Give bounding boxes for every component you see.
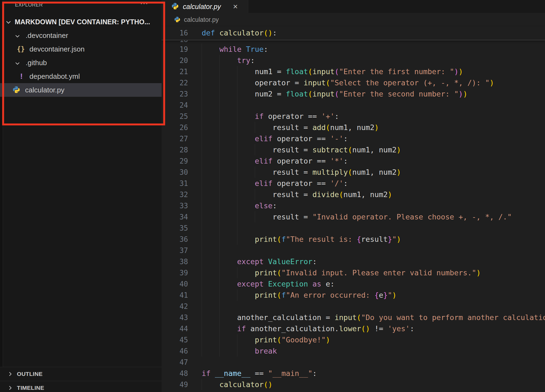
tree-item-calculator.py[interactable]: calculator.py	[0, 83, 162, 97]
tree-item-label: calculator.py	[25, 86, 65, 94]
indent-guide	[202, 88, 202, 99]
code-line-43[interactable]: 43 another_calculation = input("Do you w…	[162, 312, 545, 323]
line-number: 47	[162, 357, 188, 368]
code-line-39[interactable]: 39 print("Invalid input. Please enter va…	[162, 267, 545, 278]
tab-label: calculator.py	[183, 2, 221, 10]
line-number: 32	[162, 189, 188, 200]
code-line-50[interactable]: 50	[162, 390, 545, 392]
indent-guide	[219, 55, 220, 66]
code-line-23[interactable]: 23 num2 = float(input("Enter the second …	[162, 88, 545, 99]
indent-guide	[202, 256, 202, 267]
indent-guide	[219, 77, 220, 88]
code-line-38[interactable]: 38 except ValueError:	[162, 256, 545, 267]
code-text: print("Invalid input. Please enter valid…	[202, 269, 481, 277]
code-line-20[interactable]: 20 try:	[162, 55, 545, 66]
tree-item-.github[interactable]: .github	[0, 56, 162, 70]
panel-label: TIMELINE	[17, 385, 44, 391]
indent-guide	[202, 55, 202, 66]
indent-guide	[202, 178, 202, 189]
indent-guide	[219, 133, 220, 144]
tree-item-markdown-dev-container-pytho...[interactable]: MARKDOWN [DEV CONTAINER: PYTHO...	[0, 15, 162, 29]
code-text: another_calculation = input("Do you want…	[202, 313, 545, 322]
code-line-28[interactable]: 28 result = subtract(num1, num2)	[162, 144, 545, 155]
tree-item-devcontainer.json[interactable]: {}devcontainer.json	[0, 42, 162, 56]
sticky-scroll-line[interactable]: 16def calculator():	[162, 26, 545, 40]
panel-outline[interactable]: OUTLINE	[0, 367, 162, 381]
indent-guide	[219, 256, 220, 267]
line-number: 24	[162, 100, 188, 111]
line-number: 29	[162, 156, 188, 167]
indent-guide	[237, 189, 237, 200]
code-text: calculator()	[202, 380, 272, 389]
code-line-16[interactable]: 16def calculator():	[162, 26, 545, 39]
code-line-30[interactable]: 30 result = multiply(num1, num2)	[162, 167, 545, 178]
code-line-27[interactable]: 27 elif operator == '-':	[162, 133, 545, 144]
line-number: 31	[162, 178, 188, 189]
line-number: 18	[162, 40, 188, 44]
code-line-31[interactable]: 31 elif operator == '/':	[162, 178, 545, 189]
code-line-49[interactable]: 49 calculator()	[162, 379, 545, 390]
indent-guide	[219, 122, 220, 133]
code-line-46[interactable]: 46 break	[162, 345, 545, 357]
code-line-22[interactable]: 22 operator = input("Select the operator…	[162, 77, 545, 88]
close-icon[interactable]: ×	[233, 2, 238, 11]
indent-guide	[237, 267, 237, 278]
indent-guide	[219, 301, 220, 312]
code-line-48[interactable]: 48if __name__ == "__main__":	[162, 368, 545, 379]
code-text: except Exception as e:	[202, 280, 335, 288]
code-line-29[interactable]: 29 elif operator == '*':	[162, 155, 545, 167]
indent-guide	[219, 222, 220, 234]
code-line-32[interactable]: 32 result = divide(num1, num2)	[162, 189, 545, 200]
more-actions-icon[interactable]: ⋯	[140, 0, 148, 8]
code-line-19[interactable]: 19 while True:	[162, 44, 545, 55]
code-area[interactable]: 1819 while True:20 try:21 num1 = float(i…	[162, 40, 545, 392]
code-line-40[interactable]: 40 except Exception as e:	[162, 278, 545, 290]
breadcrumb[interactable]: calculator.py	[162, 13, 545, 26]
chevron-right-icon	[8, 385, 13, 392]
code-line-44[interactable]: 44 if another_calculation.lower() != 'ye…	[162, 323, 545, 334]
partially-hidden-line: 18	[162, 40, 545, 44]
code-line-42[interactable]: 42	[162, 301, 545, 312]
line-number: 49	[162, 379, 188, 390]
line-number: 19	[162, 44, 188, 55]
panel-timeline[interactable]: TIMELINE	[0, 381, 162, 392]
line-number: 45	[162, 334, 188, 346]
code-text: elif operator == '-':	[202, 134, 348, 143]
code-text: print("Goodbye!")	[202, 336, 330, 344]
code-line-21[interactable]: 21 num1 = float(input("Enter the first n…	[162, 66, 545, 77]
code-line-36[interactable]: 36 print(f"The result is: {result}")	[162, 234, 545, 245]
code-line-26[interactable]: 26 result = add(num1, num2)	[162, 122, 545, 133]
indent-guide	[237, 234, 237, 245]
indent-guide	[237, 144, 237, 155]
code-line-35[interactable]: 35	[162, 222, 545, 234]
indent-guide	[202, 267, 202, 278]
code-line-18[interactable]: 18	[162, 40, 545, 44]
code-line-41[interactable]: 41 print(f"An error occurred: {e}")	[162, 290, 545, 301]
indent-guide	[237, 66, 237, 77]
code-line-24[interactable]: 24	[162, 99, 545, 111]
code-line-34[interactable]: 34 result = "Invalid operator. Please ch…	[162, 211, 545, 222]
indent-guide	[237, 334, 237, 345]
explorer-header: EXPLORER ⋯	[0, 0, 162, 13]
chevron-down-icon	[15, 32, 20, 41]
indent-guide	[202, 278, 202, 290]
tree-item-label: devcontainer.json	[29, 45, 84, 53]
tree-item-dependabot.yml[interactable]: !dependabot.yml	[0, 70, 162, 83]
indent-guide	[237, 290, 237, 301]
indent-guide	[237, 167, 237, 178]
indent-guide	[219, 167, 220, 178]
indent-guide	[202, 155, 202, 167]
code-line-45[interactable]: 45 print("Goodbye!")	[162, 334, 545, 345]
code-line-33[interactable]: 33 else:	[162, 200, 545, 211]
tree-item-.devcontainer[interactable]: .devcontainer	[0, 29, 162, 42]
code-line-47[interactable]: 47	[162, 357, 545, 368]
code-text: result = divide(num1, num2)	[202, 190, 392, 199]
code-line-25[interactable]: 25 if operator == '+':	[162, 111, 545, 122]
indent-guide	[219, 200, 220, 211]
indent-guide	[202, 323, 202, 334]
indent-guide	[237, 200, 237, 211]
indent-guide	[202, 334, 202, 345]
tab-calculator-py[interactable]: calculator.py ×	[162, 0, 248, 13]
code-line-37[interactable]: 37	[162, 245, 545, 256]
indent-guide	[202, 189, 202, 200]
